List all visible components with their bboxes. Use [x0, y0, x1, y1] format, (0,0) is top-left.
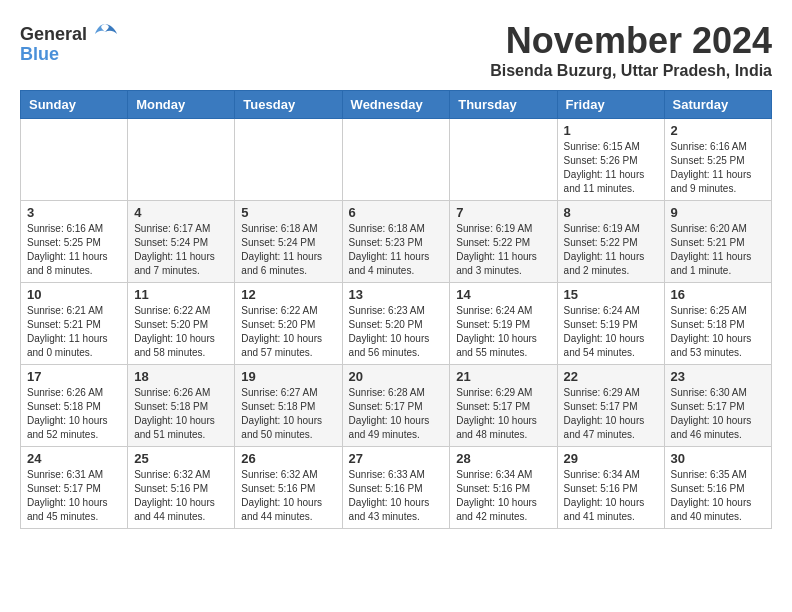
weekday-header-wednesday: Wednesday: [342, 91, 450, 119]
day-info: Sunrise: 6:26 AM Sunset: 5:18 PM Dayligh…: [134, 386, 228, 442]
day-cell: [450, 119, 557, 201]
day-number: 13: [349, 287, 444, 302]
day-number: 22: [564, 369, 658, 384]
title-area: November 2024 Bisenda Buzurg, Uttar Prad…: [490, 20, 772, 80]
day-cell: 10Sunrise: 6:21 AM Sunset: 5:21 PM Dayli…: [21, 283, 128, 365]
day-cell: 27Sunrise: 6:33 AM Sunset: 5:16 PM Dayli…: [342, 447, 450, 529]
day-number: 14: [456, 287, 550, 302]
weekday-header-row: SundayMondayTuesdayWednesdayThursdayFrid…: [21, 91, 772, 119]
week-row-5: 24Sunrise: 6:31 AM Sunset: 5:17 PM Dayli…: [21, 447, 772, 529]
day-cell: 14Sunrise: 6:24 AM Sunset: 5:19 PM Dayli…: [450, 283, 557, 365]
weekday-header-tuesday: Tuesday: [235, 91, 342, 119]
logo-bird-icon: [91, 20, 119, 48]
day-cell: 20Sunrise: 6:28 AM Sunset: 5:17 PM Dayli…: [342, 365, 450, 447]
header: General Blue November 2024 Bisenda Buzur…: [20, 20, 772, 80]
day-cell: 25Sunrise: 6:32 AM Sunset: 5:16 PM Dayli…: [128, 447, 235, 529]
day-info: Sunrise: 6:32 AM Sunset: 5:16 PM Dayligh…: [134, 468, 228, 524]
day-info: Sunrise: 6:33 AM Sunset: 5:16 PM Dayligh…: [349, 468, 444, 524]
day-number: 12: [241, 287, 335, 302]
logo: General Blue: [20, 20, 119, 65]
day-cell: 9Sunrise: 6:20 AM Sunset: 5:21 PM Daylig…: [664, 201, 771, 283]
month-title: November 2024: [490, 20, 772, 62]
day-number: 15: [564, 287, 658, 302]
day-number: 26: [241, 451, 335, 466]
week-row-1: 1Sunrise: 6:15 AM Sunset: 5:26 PM Daylig…: [21, 119, 772, 201]
weekday-header-monday: Monday: [128, 91, 235, 119]
day-info: Sunrise: 6:15 AM Sunset: 5:26 PM Dayligh…: [564, 140, 658, 196]
day-cell: 23Sunrise: 6:30 AM Sunset: 5:17 PM Dayli…: [664, 365, 771, 447]
day-info: Sunrise: 6:24 AM Sunset: 5:19 PM Dayligh…: [456, 304, 550, 360]
day-number: 21: [456, 369, 550, 384]
day-number: 20: [349, 369, 444, 384]
day-cell: 21Sunrise: 6:29 AM Sunset: 5:17 PM Dayli…: [450, 365, 557, 447]
weekday-header-saturday: Saturday: [664, 91, 771, 119]
day-cell: 12Sunrise: 6:22 AM Sunset: 5:20 PM Dayli…: [235, 283, 342, 365]
calendar: SundayMondayTuesdayWednesdayThursdayFrid…: [20, 90, 772, 529]
day-number: 6: [349, 205, 444, 220]
day-info: Sunrise: 6:35 AM Sunset: 5:16 PM Dayligh…: [671, 468, 765, 524]
day-cell: 3Sunrise: 6:16 AM Sunset: 5:25 PM Daylig…: [21, 201, 128, 283]
day-cell: 15Sunrise: 6:24 AM Sunset: 5:19 PM Dayli…: [557, 283, 664, 365]
day-cell: 6Sunrise: 6:18 AM Sunset: 5:23 PM Daylig…: [342, 201, 450, 283]
day-number: 11: [134, 287, 228, 302]
day-cell: 5Sunrise: 6:18 AM Sunset: 5:24 PM Daylig…: [235, 201, 342, 283]
day-info: Sunrise: 6:26 AM Sunset: 5:18 PM Dayligh…: [27, 386, 121, 442]
day-info: Sunrise: 6:22 AM Sunset: 5:20 PM Dayligh…: [134, 304, 228, 360]
day-number: 17: [27, 369, 121, 384]
day-number: 16: [671, 287, 765, 302]
day-number: 5: [241, 205, 335, 220]
day-cell: 7Sunrise: 6:19 AM Sunset: 5:22 PM Daylig…: [450, 201, 557, 283]
day-cell: 22Sunrise: 6:29 AM Sunset: 5:17 PM Dayli…: [557, 365, 664, 447]
day-number: 28: [456, 451, 550, 466]
day-cell: 18Sunrise: 6:26 AM Sunset: 5:18 PM Dayli…: [128, 365, 235, 447]
day-number: 4: [134, 205, 228, 220]
day-number: 27: [349, 451, 444, 466]
day-number: 30: [671, 451, 765, 466]
weekday-header-sunday: Sunday: [21, 91, 128, 119]
day-info: Sunrise: 6:29 AM Sunset: 5:17 PM Dayligh…: [564, 386, 658, 442]
day-info: Sunrise: 6:24 AM Sunset: 5:19 PM Dayligh…: [564, 304, 658, 360]
day-cell: 1Sunrise: 6:15 AM Sunset: 5:26 PM Daylig…: [557, 119, 664, 201]
day-cell: 8Sunrise: 6:19 AM Sunset: 5:22 PM Daylig…: [557, 201, 664, 283]
logo-general: General: [20, 24, 87, 45]
day-cell: [342, 119, 450, 201]
day-number: 7: [456, 205, 550, 220]
day-cell: 29Sunrise: 6:34 AM Sunset: 5:16 PM Dayli…: [557, 447, 664, 529]
day-number: 19: [241, 369, 335, 384]
day-cell: 30Sunrise: 6:35 AM Sunset: 5:16 PM Dayli…: [664, 447, 771, 529]
day-cell: [21, 119, 128, 201]
day-info: Sunrise: 6:20 AM Sunset: 5:21 PM Dayligh…: [671, 222, 765, 278]
day-info: Sunrise: 6:21 AM Sunset: 5:21 PM Dayligh…: [27, 304, 121, 360]
day-info: Sunrise: 6:19 AM Sunset: 5:22 PM Dayligh…: [564, 222, 658, 278]
day-info: Sunrise: 6:25 AM Sunset: 5:18 PM Dayligh…: [671, 304, 765, 360]
day-info: Sunrise: 6:27 AM Sunset: 5:18 PM Dayligh…: [241, 386, 335, 442]
weekday-header-friday: Friday: [557, 91, 664, 119]
logo-blue: Blue: [20, 44, 59, 65]
day-info: Sunrise: 6:18 AM Sunset: 5:23 PM Dayligh…: [349, 222, 444, 278]
day-info: Sunrise: 6:23 AM Sunset: 5:20 PM Dayligh…: [349, 304, 444, 360]
week-row-3: 10Sunrise: 6:21 AM Sunset: 5:21 PM Dayli…: [21, 283, 772, 365]
day-cell: 13Sunrise: 6:23 AM Sunset: 5:20 PM Dayli…: [342, 283, 450, 365]
day-number: 29: [564, 451, 658, 466]
day-cell: 19Sunrise: 6:27 AM Sunset: 5:18 PM Dayli…: [235, 365, 342, 447]
day-info: Sunrise: 6:16 AM Sunset: 5:25 PM Dayligh…: [27, 222, 121, 278]
day-cell: 16Sunrise: 6:25 AM Sunset: 5:18 PM Dayli…: [664, 283, 771, 365]
day-info: Sunrise: 6:18 AM Sunset: 5:24 PM Dayligh…: [241, 222, 335, 278]
weekday-header-thursday: Thursday: [450, 91, 557, 119]
day-info: Sunrise: 6:34 AM Sunset: 5:16 PM Dayligh…: [564, 468, 658, 524]
day-cell: 26Sunrise: 6:32 AM Sunset: 5:16 PM Dayli…: [235, 447, 342, 529]
week-row-4: 17Sunrise: 6:26 AM Sunset: 5:18 PM Dayli…: [21, 365, 772, 447]
day-number: 23: [671, 369, 765, 384]
day-number: 24: [27, 451, 121, 466]
day-cell: 11Sunrise: 6:22 AM Sunset: 5:20 PM Dayli…: [128, 283, 235, 365]
day-number: 25: [134, 451, 228, 466]
day-info: Sunrise: 6:22 AM Sunset: 5:20 PM Dayligh…: [241, 304, 335, 360]
day-cell: [235, 119, 342, 201]
day-number: 1: [564, 123, 658, 138]
day-cell: 17Sunrise: 6:26 AM Sunset: 5:18 PM Dayli…: [21, 365, 128, 447]
day-number: 3: [27, 205, 121, 220]
day-number: 2: [671, 123, 765, 138]
day-info: Sunrise: 6:17 AM Sunset: 5:24 PM Dayligh…: [134, 222, 228, 278]
day-info: Sunrise: 6:28 AM Sunset: 5:17 PM Dayligh…: [349, 386, 444, 442]
day-number: 10: [27, 287, 121, 302]
